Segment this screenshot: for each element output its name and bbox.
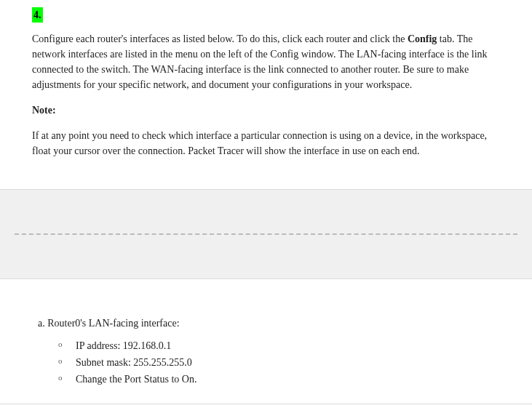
instruction-text-pre: Configure each router's interfaces as li… (32, 33, 408, 44)
instruction-paragraph: Configure each router's interfaces as li… (32, 31, 500, 92)
list-item: Change the Port Status to On. (58, 372, 500, 387)
note-body: If at any point you need to check which … (32, 128, 500, 159)
page-gap-lower (0, 235, 532, 278)
list-item: IP address: 192.168.0.1 (58, 338, 500, 353)
step-number-highlight: 4. (32, 7, 43, 23)
instruction-panel-top: 4. Configure each router's interfaces as… (0, 0, 532, 190)
page-gap-upper (0, 190, 532, 233)
list-item: Subnet mask: 255.255.255.0 (58, 355, 500, 370)
substep-a-list: IP address: 192.168.0.1 Subnet mask: 255… (58, 338, 500, 387)
substep-a-label: a. Router0's LAN-facing interface: (38, 316, 500, 331)
config-tab-label: Config (408, 33, 437, 44)
note-heading: Note: (32, 103, 500, 118)
instruction-panel-bottom: a. Router0's LAN-facing interface: IP ad… (0, 278, 532, 403)
